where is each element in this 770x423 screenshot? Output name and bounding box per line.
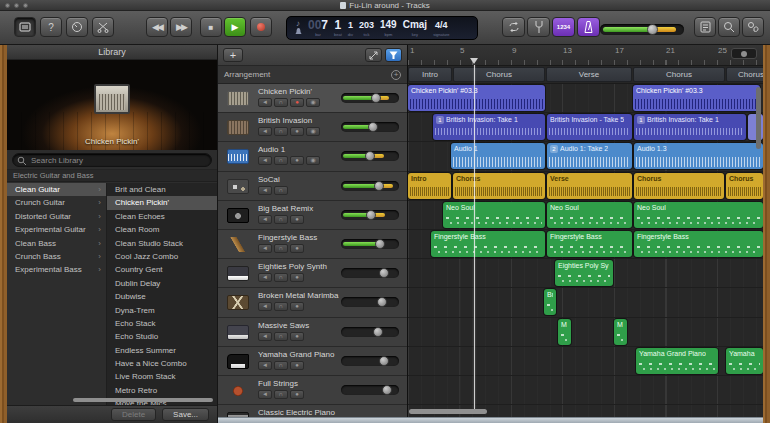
region-yamaha[interactable]: Yamaha	[726, 348, 763, 374]
mute-track-button[interactable]: ◄	[258, 273, 272, 282]
track-volume-slider[interactable]	[341, 151, 399, 161]
tuner-button[interactable]	[527, 17, 550, 37]
patch-item-clean-room[interactable]: Clean Room	[107, 223, 217, 236]
track-header-eighties-poly-synth[interactable]: Eighties Poly Synth◄∩●	[218, 259, 407, 288]
solo-track-button[interactable]: ∩	[274, 302, 288, 311]
solo-track-button[interactable]: ∩	[274, 98, 288, 107]
track-zoom-button[interactable]	[365, 48, 382, 62]
arrangement-track-header[interactable]: Arrangement +	[218, 66, 407, 84]
slider-knob[interactable]	[368, 122, 378, 132]
solo-track-button[interactable]: ∩	[274, 273, 288, 282]
timeline-ruler[interactable]: 15913172125	[408, 45, 763, 66]
region-chicken-pickin-03-3[interactable]: Chicken Pickin' #03.3	[408, 85, 545, 111]
region-verse[interactable]: Verse	[547, 173, 632, 199]
record-button[interactable]	[250, 17, 272, 37]
patch-item-cool-jazz-combo[interactable]: Cool Jazz Combo	[107, 250, 217, 263]
patch-item-dyna-trem[interactable]: Dyna-Trem	[107, 304, 217, 317]
region-yamaha-grand-piano[interactable]: Yamaha Grand Piano	[636, 348, 718, 374]
group-item-clean-bass[interactable]: Clean Bass›	[7, 237, 106, 250]
input-track-button[interactable]: ◉	[306, 98, 320, 107]
record-track-button[interactable]: ●	[290, 332, 304, 341]
track-volume-slider[interactable]	[341, 239, 399, 249]
zoom-slider[interactable]	[731, 48, 757, 59]
region-audio-1-3[interactable]: Audio 1.3	[634, 143, 763, 169]
solo-track-button[interactable]: ∩	[274, 390, 288, 399]
stop-button[interactable]: ■	[200, 17, 222, 37]
patch-item-metro-retro[interactable]: Metro Retro	[107, 384, 217, 397]
solo-track-button[interactable]: ∩	[274, 332, 288, 341]
timeline-horizontal-scrollbar[interactable]	[409, 409, 487, 414]
arrangement-marker-verse[interactable]: Verse	[546, 67, 632, 82]
region-m[interactable]: M	[558, 319, 571, 345]
record-track-button[interactable]: ●	[290, 244, 304, 253]
patch-item-country-gent[interactable]: Country Gent	[107, 263, 217, 276]
group-item-clean-guitar[interactable]: Clean Guitar›	[7, 183, 106, 196]
editors-button[interactable]	[92, 17, 114, 37]
slider-knob[interactable]	[382, 385, 392, 395]
region-fingerstyle-bass[interactable]: Fingerstyle Bass	[634, 231, 763, 257]
lcd-display[interactable]: ♪ 007 bar 1 beat 1 div 203 tick 149 bpm	[286, 16, 478, 40]
track-volume-slider[interactable]	[341, 122, 399, 132]
track-header-massive-saws[interactable]: Massive Saws◄∩●	[218, 318, 407, 347]
patch-item-live-room-stack[interactable]: Live Room Stack	[107, 370, 217, 383]
group-item-distorted-guitar[interactable]: Distorted Guitar›	[7, 210, 106, 223]
patch-item-endless-summer[interactable]: Endless Summer	[107, 344, 217, 357]
mute-track-button[interactable]: ◄	[258, 98, 272, 107]
library-horizontal-scrollbar[interactable]	[73, 398, 213, 402]
track-volume-slider[interactable]	[341, 327, 399, 337]
slider-knob[interactable]	[379, 268, 389, 278]
record-track-button[interactable]: ●	[290, 361, 304, 370]
region-br[interactable]: Br	[544, 289, 556, 315]
search-box[interactable]	[12, 153, 212, 167]
save-button[interactable]: Save...	[162, 408, 209, 421]
lcd-key-field[interactable]: Cmaj key	[403, 19, 427, 37]
track-header-chicken-pickin[interactable]: Chicken Pickin'◄∩●◉	[218, 84, 407, 113]
arrangement-marker-intro[interactable]: Intro	[408, 67, 452, 82]
track-header-big-beat-remix[interactable]: Big Beat Remix◄∩●	[218, 201, 407, 230]
record-track-button[interactable]: ●	[290, 127, 304, 136]
record-track-button[interactable]: ●	[290, 156, 304, 165]
track-volume-slider[interactable]	[341, 181, 399, 191]
patch-item-brit-and-clean[interactable]: Brit and Clean	[107, 183, 217, 196]
play-button[interactable]: ▶	[224, 17, 246, 37]
rewind-button[interactable]: ◀◀	[146, 17, 168, 37]
mute-track-button[interactable]: ◄	[258, 156, 272, 165]
slider-knob[interactable]	[366, 210, 376, 220]
region-chorus[interactable]: Chorus	[634, 173, 724, 199]
track-header-full-strings[interactable]: Full Strings◄∩●	[218, 376, 407, 405]
lcd-mode-icons[interactable]: ♪	[291, 20, 305, 36]
solo-track-button[interactable]: ∩	[274, 215, 288, 224]
region-neo-soul[interactable]: Neo Soul	[443, 202, 545, 228]
lcd-signature-field[interactable]: 4/4 signature	[433, 19, 449, 37]
loop-browser-button[interactable]	[718, 17, 740, 37]
slider-knob[interactable]	[377, 297, 387, 307]
region-fingerstyle-bass[interactable]: Fingerstyle Bass	[431, 231, 545, 257]
patch-item-have-a-nice-combo[interactable]: Have a Nice Combo	[107, 357, 217, 370]
mute-track-button[interactable]: ◄	[258, 215, 272, 224]
track-volume-slider[interactable]	[341, 385, 399, 395]
volume-knob[interactable]	[647, 24, 658, 35]
track-header-socal[interactable]: SoCal◄∩	[218, 172, 407, 201]
filter-button[interactable]	[385, 48, 402, 62]
library-toggle-button[interactable]	[14, 17, 36, 37]
track-header-british-invasion[interactable]: British Invasion◄∩●◉	[218, 113, 407, 142]
patch-item-dublin-delay[interactable]: Dublin Delay	[107, 277, 217, 290]
playhead-handle[interactable]	[470, 58, 478, 64]
region-eighties-poly-sy[interactable]: Eighties Poly Sy	[555, 260, 613, 286]
region-audio-1[interactable]: Audio 1	[451, 143, 545, 169]
arrangement-marker-chorus[interactable]: Chorus	[633, 67, 725, 82]
patch-item-echo-stack[interactable]: Echo Stack	[107, 317, 217, 330]
mute-track-button[interactable]: ◄	[258, 186, 272, 195]
group-item-crunch-bass[interactable]: Crunch Bass›	[7, 250, 106, 263]
lcd-tempo-field[interactable]: 149 bpm	[380, 19, 397, 37]
mute-track-button[interactable]: ◄	[258, 361, 272, 370]
track-volume-slider[interactable]	[341, 93, 399, 103]
slider-knob[interactable]	[373, 327, 383, 337]
input-track-button[interactable]: ◉	[306, 156, 320, 165]
region-fingerstyle-bass[interactable]: Fingerstyle Bass	[547, 231, 632, 257]
count-in-button[interactable]: 1234	[552, 17, 575, 37]
add-arrangement-marker-icon[interactable]: +	[391, 70, 401, 80]
quick-help-button[interactable]: ?	[40, 17, 62, 37]
track-header-broken-metal-marimba[interactable]: Broken Metal Marimba◄∩●	[218, 288, 407, 317]
arrangement-marker-chorus[interactable]: Chorus	[726, 67, 763, 82]
